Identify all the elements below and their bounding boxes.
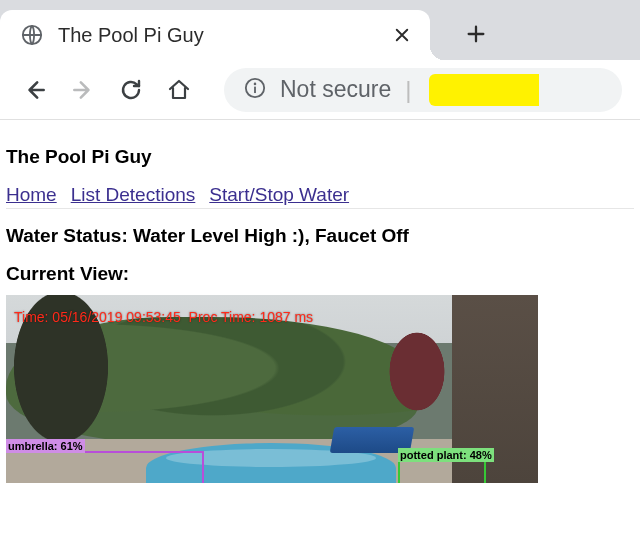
redacted-highlight — [429, 74, 539, 106]
nav-bar: Home List Detections Start/Stop Water — [6, 184, 634, 209]
camera-view: Time: 05/16/2019 09:53:45 Proc Time: 108… — [6, 295, 538, 483]
reload-button[interactable] — [114, 73, 148, 107]
svg-rect-3 — [254, 86, 256, 92]
nav-start-stop-water[interactable]: Start/Stop Water — [209, 184, 349, 206]
status-heading: Water Status: — [6, 225, 128, 246]
security-label: Not secure — [280, 76, 391, 103]
info-icon[interactable] — [244, 77, 266, 103]
new-tab-button[interactable] — [456, 14, 496, 54]
detection-plant-label: potted plant: 48% — [398, 448, 494, 462]
tab-title: The Pool Pi Guy — [58, 24, 378, 47]
page-title: The Pool Pi Guy — [6, 146, 634, 168]
current-view-heading: Current View: — [6, 263, 634, 285]
close-tab-button[interactable] — [392, 25, 412, 45]
home-button[interactable] — [162, 73, 196, 107]
detection-plant: potted plant: 48% — [398, 460, 486, 483]
svg-point-2 — [254, 82, 257, 85]
status-value: Water Level High :), Faucet Off — [133, 225, 409, 246]
address-bar[interactable]: Not secure | — [224, 68, 622, 112]
address-divider: | — [405, 76, 411, 104]
nav-list-detections[interactable]: List Detections — [71, 184, 196, 206]
water-status: Water Status: Water Level High :), Fauce… — [6, 225, 634, 247]
toolbar: Not secure | — [0, 60, 640, 120]
detection-umbrella: umbrella: 61% — [6, 451, 204, 483]
forward-button[interactable] — [66, 73, 100, 107]
overlay-timestamp: Time: 05/16/2019 09:53:45 Proc Time: 108… — [14, 309, 313, 325]
back-button[interactable] — [18, 73, 52, 107]
page-content: The Pool Pi Guy Home List Detections Sta… — [0, 120, 640, 483]
globe-icon — [20, 23, 44, 47]
nav-home[interactable]: Home — [6, 184, 57, 206]
detection-umbrella-label: umbrella: 61% — [6, 439, 85, 453]
tab-strip: The Pool Pi Guy — [0, 0, 640, 60]
browser-tab[interactable]: The Pool Pi Guy — [0, 10, 430, 60]
